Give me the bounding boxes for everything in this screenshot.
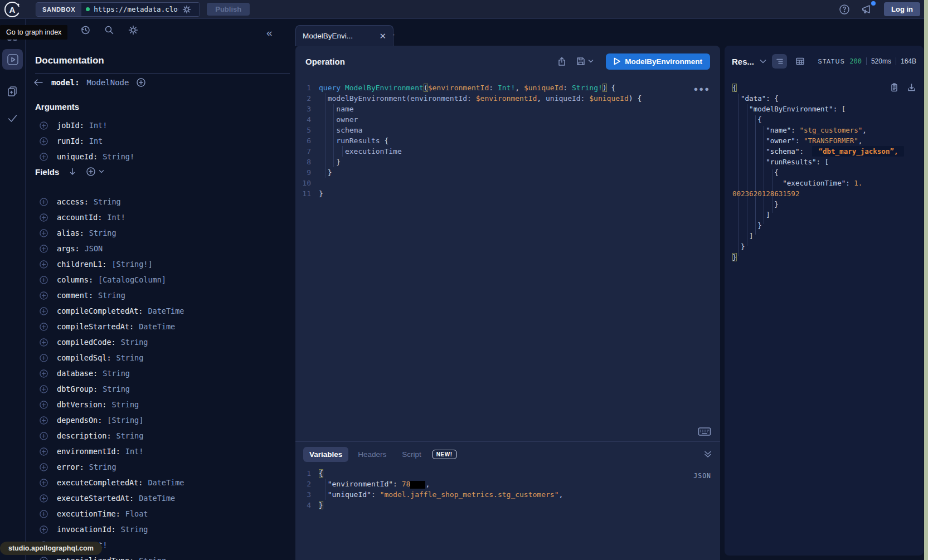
add-field-icon[interactable] — [39, 322, 48, 332]
field-row[interactable]: dbtVersion:String — [25, 397, 295, 412]
add-field-icon[interactable] — [39, 137, 48, 146]
apollo-logo[interactable]: A — [4, 1, 21, 18]
add-field-icon[interactable] — [39, 121, 48, 130]
type-link[interactable]: ModelNode — [87, 78, 129, 87]
argument-row[interactable]: runId:Int — [25, 133, 295, 149]
add-field-icon[interactable] — [39, 462, 48, 472]
top-bar: SANDBOX https://metadata.cloud.get Publi… — [0, 0, 928, 19]
help-icon[interactable] — [838, 3, 851, 16]
add-field-icon[interactable] — [39, 416, 48, 425]
field-row[interactable]: dbtGroup:String — [25, 381, 295, 397]
close-tab-icon[interactable]: ✕ — [379, 31, 386, 41]
add-field-icon[interactable] — [39, 525, 48, 534]
field-row[interactable]: compiledSql:String — [25, 350, 295, 366]
code-line: ] — [725, 210, 924, 220]
add-field-icon[interactable] — [39, 509, 48, 519]
field-row[interactable]: environmentId:Int! — [25, 444, 295, 459]
add-field-icon[interactable] — [39, 306, 48, 316]
field-row[interactable]: executionTime:Float — [25, 506, 295, 522]
operation-menu-icon[interactable]: ●●● — [693, 85, 710, 93]
add-field-icon[interactable] — [39, 400, 48, 410]
field-row[interactable]: access:String — [25, 194, 295, 210]
save-button[interactable] — [576, 56, 594, 66]
checks-icon[interactable] — [6, 112, 19, 125]
add-field-icon[interactable] — [39, 228, 48, 238]
tab-headers[interactable]: Headers — [352, 447, 392, 462]
operation-card: Operation ModelByEnvironment 1query Mode… — [295, 46, 720, 560]
copy-response-icon[interactable] — [890, 82, 899, 92]
add-field-icon[interactable] — [39, 275, 48, 285]
announcements-megaphone-icon[interactable] — [861, 3, 874, 16]
variables-tabbar: Variables Headers Script NEW! — [295, 442, 720, 466]
add-to-query-icon[interactable] — [136, 77, 146, 87]
field-row[interactable]: description:String — [25, 428, 295, 444]
argument-row[interactable]: uniqueId:String! — [25, 149, 295, 164]
keyboard-shortcuts-icon[interactable] — [698, 427, 711, 436]
add-field-icon[interactable] — [39, 353, 48, 363]
field-row[interactable]: compileStartedAt:DateTime — [25, 319, 295, 334]
field-row[interactable]: compileCompletedAt:DateTime — [25, 303, 295, 319]
back-arrow-icon[interactable] — [33, 78, 44, 87]
field-row[interactable]: executeStartedAt:DateTime — [25, 490, 295, 506]
operation-tab[interactable]: ModelByEnvi... ✕ — [295, 25, 393, 46]
endpoint-url-input[interactable]: https://metadata.cloud.get — [94, 5, 178, 13]
tree-view-button[interactable] — [772, 54, 787, 69]
notification-dot — [871, 1, 876, 6]
add-field-icon[interactable] — [39, 152, 48, 162]
tab-variables[interactable]: Variables — [303, 447, 348, 462]
add-field-icon[interactable] — [39, 338, 48, 347]
history-icon[interactable] — [80, 25, 91, 36]
add-field-icon[interactable] — [39, 384, 48, 394]
field-row[interactable]: error:String — [25, 459, 295, 475]
documentation-panel: Documentation model: ModelNode Arguments… — [25, 18, 295, 560]
endpoint-url-box[interactable]: https://metadata.cloud.get — [81, 3, 200, 16]
collapse-variables-icon[interactable] — [703, 450, 712, 459]
add-field-icon[interactable] — [39, 291, 48, 300]
operation-editor[interactable]: 1query ModelByEnvironment($environmentId… — [295, 77, 720, 442]
field-row[interactable]: args:JSON — [25, 241, 295, 256]
type-breadcrumb: model: ModelNode — [33, 77, 146, 87]
field-row[interactable]: alias:String — [25, 225, 295, 241]
collections-icon[interactable] — [6, 85, 19, 98]
field-row[interactable]: invocationId:String — [25, 522, 295, 537]
field-row[interactable]: compiledCode:String — [25, 334, 295, 350]
field-row[interactable]: dependsOn:[String] — [25, 412, 295, 428]
argument-row[interactable]: jobId:Int! — [25, 118, 295, 133]
settings-gear-icon[interactable] — [128, 25, 139, 36]
add-field-icon[interactable] — [39, 260, 48, 269]
field-row[interactable]: accountId:Int! — [25, 210, 295, 225]
add-field-icon[interactable] — [39, 431, 48, 441]
add-all-fields-button[interactable] — [86, 167, 104, 177]
code-line: 6 runResults { — [295, 135, 720, 146]
field-row[interactable]: columns:[CatalogColumn] — [25, 272, 295, 288]
add-field-icon[interactable] — [39, 447, 48, 456]
field-row[interactable]: database:String — [25, 366, 295, 381]
login-button[interactable]: Log in — [884, 2, 920, 16]
search-icon[interactable] — [104, 25, 115, 36]
add-field-icon[interactable] — [39, 197, 48, 207]
share-icon[interactable] — [557, 56, 567, 67]
add-field-icon[interactable] — [39, 244, 48, 254]
code-line: ] — [725, 231, 924, 241]
status-label: STATUS — [818, 58, 845, 65]
run-operation-button[interactable]: ModelByEnvironment — [606, 53, 710, 70]
sort-fields-icon[interactable] — [68, 167, 77, 176]
explorer-nav-active[interactable] — [2, 49, 23, 70]
field-row[interactable]: comment:String — [25, 288, 295, 303]
add-field-icon[interactable] — [39, 213, 48, 222]
publish-button[interactable]: Publish — [207, 3, 250, 16]
add-field-icon[interactable] — [39, 478, 48, 488]
add-field-icon[interactable] — [39, 494, 48, 503]
tab-script[interactable]: Script — [396, 447, 427, 462]
variables-editor[interactable]: 1{2 "environmentId": 78,3 "uniqueId": "m… — [295, 466, 720, 560]
add-field-icon[interactable] — [39, 556, 48, 560]
add-field-icon[interactable] — [39, 369, 48, 378]
svg-text:A: A — [9, 5, 16, 14]
collapse-sidebar-icon[interactable]: « — [266, 27, 273, 39]
download-response-icon[interactable] — [907, 82, 916, 92]
field-row[interactable]: childrenL1:[String!] — [25, 256, 295, 272]
response-menu-chevron-icon[interactable] — [760, 59, 766, 64]
table-view-button[interactable] — [793, 54, 808, 69]
field-row[interactable]: executeCompletedAt:DateTime — [25, 475, 295, 490]
connection-settings-gear-icon[interactable] — [182, 5, 191, 14]
